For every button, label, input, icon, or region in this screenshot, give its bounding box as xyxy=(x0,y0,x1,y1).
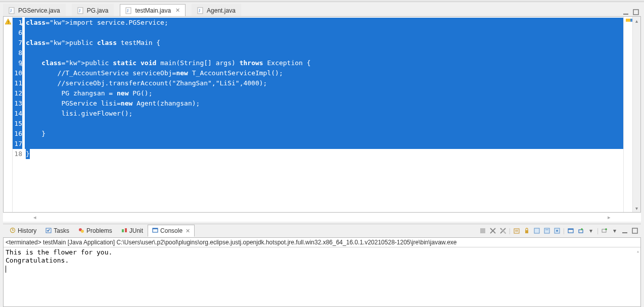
editor-tab-pg-java[interactable]: JPG.java xyxy=(72,4,114,16)
console-body: <terminated> testMain [Java Application]… xyxy=(3,237,641,307)
close-icon[interactable]: ✕ xyxy=(175,7,180,14)
code-line[interactable]: } xyxy=(25,129,623,139)
console-scroll-up-icon[interactable]: ▴ xyxy=(636,247,639,255)
bottom-minimize-icon[interactable] xyxy=(621,227,629,235)
code-line[interactable]: } xyxy=(25,149,623,159)
pin-console-icon[interactable] xyxy=(543,227,551,235)
code-line[interactable]: //T_AccountService serviceObj=new T_Acco… xyxy=(25,68,623,78)
line-number[interactable]: 14 xyxy=(13,109,22,119)
editor-tab-bar: JPGService.javaJPG.javaJtestMain.java✕JA… xyxy=(3,4,641,16)
line-number[interactable]: 12 xyxy=(13,88,22,98)
line-number[interactable]: 15 xyxy=(13,119,22,129)
new-console-view-icon[interactable] xyxy=(601,227,609,235)
editor-tab-testmain-java[interactable]: JtestMain.java✕ xyxy=(120,4,186,16)
line-number[interactable]: 10 xyxy=(13,68,22,78)
show-when-output-icon[interactable] xyxy=(553,227,561,235)
code-line[interactable]: class="kw">import service.PGService; xyxy=(25,18,623,28)
line-number[interactable]: 18 xyxy=(13,149,22,159)
code-line[interactable] xyxy=(25,28,623,38)
code-line[interactable]: lisi.giveFlower(); xyxy=(25,109,623,119)
editor-tab-agent-java[interactable]: JAgent.java xyxy=(192,4,241,16)
code-line[interactable] xyxy=(25,48,623,58)
word-wrap-icon[interactable] xyxy=(533,227,541,235)
svg-rect-36 xyxy=(568,229,573,230)
remove-launch-icon[interactable] xyxy=(489,227,497,235)
svg-rect-20 xyxy=(480,228,485,233)
remove-all-icon[interactable] xyxy=(499,227,507,235)
horizontal-scrollbar[interactable]: ◂ ▸ xyxy=(3,213,641,222)
bottom-maximize-icon[interactable] xyxy=(631,227,639,235)
console-icon xyxy=(152,227,158,235)
bottom-tab-label: Problems xyxy=(86,227,112,234)
code-line[interactable] xyxy=(25,119,623,129)
scroll-down-icon[interactable]: ▾ xyxy=(633,204,640,212)
history-icon xyxy=(10,227,16,235)
bottom-tab-tasks[interactable]: Tasks xyxy=(41,225,74,237)
problems-icon xyxy=(78,227,84,235)
code-line[interactable]: class="kw">public static void main(Strin… xyxy=(25,58,623,68)
svg-rect-43 xyxy=(622,232,627,233)
editor-area: JPGService.javaJPG.javaJtestMain.java✕JA… xyxy=(0,2,644,222)
tasks-icon xyxy=(45,227,52,235)
close-icon[interactable]: ✕ xyxy=(186,228,190,234)
code-line[interactable]: PG zhangsan = new PG(); xyxy=(25,88,623,98)
gutter[interactable]: 1⊕6789⊖101112131415161718 xyxy=(13,17,25,212)
editor-tab-pgservice-java[interactable]: JPGService.java xyxy=(3,4,66,16)
new-console-icon[interactable] xyxy=(577,227,585,235)
minimize-icon[interactable] xyxy=(622,8,630,16)
vertical-scrollbar[interactable]: ▴ ▾ xyxy=(632,17,640,212)
java-file-icon: J xyxy=(77,7,84,14)
bottom-tab-bar: HistoryTasksProblemsJUnitConsole✕ | | ▾ … xyxy=(3,224,641,237)
editor-tab-controls xyxy=(622,8,641,16)
code-line[interactable]: class="kw">public class testMain { xyxy=(25,38,623,48)
scroll-right-icon[interactable]: ▸ xyxy=(608,214,611,221)
view-menu-chevron-icon[interactable]: ▾ xyxy=(611,227,619,235)
line-number[interactable]: 7 xyxy=(13,38,22,48)
terminate-icon[interactable] xyxy=(479,227,487,235)
console-line: Congratulations. xyxy=(6,257,638,265)
line-number[interactable]: 8 xyxy=(13,48,22,58)
overview-ruler[interactable] xyxy=(623,17,632,212)
code-line[interactable]: //serviceObj.transferAccount("ZhangSan",… xyxy=(25,78,623,88)
line-number[interactable]: 16 xyxy=(13,129,22,139)
bottom-tab-history[interactable]: History xyxy=(5,225,41,237)
svg-rect-17 xyxy=(125,228,127,232)
line-number[interactable]: 1⊕ xyxy=(13,18,22,28)
marker-column: ! xyxy=(4,17,13,212)
code-line[interactable] xyxy=(25,139,623,149)
bottom-tab-problems[interactable]: Problems xyxy=(74,225,117,237)
clear-console-icon[interactable] xyxy=(513,227,521,235)
svg-rect-8 xyxy=(623,14,628,15)
bottom-tab-junit[interactable]: JUnit xyxy=(117,225,148,237)
editor-tab-label: PG.java xyxy=(87,7,109,14)
editor-tab-label: Agent.java xyxy=(207,7,236,14)
maximize-icon[interactable] xyxy=(632,8,640,16)
editor-tab-label: testMain.java xyxy=(135,7,171,14)
line-number[interactable]: 6 xyxy=(13,28,22,38)
line-number[interactable]: 9⊖ xyxy=(13,58,22,68)
console-menu-chevron-icon[interactable]: ▾ xyxy=(587,227,595,235)
scroll-left-icon[interactable]: ◂ xyxy=(33,214,36,221)
svg-rect-31 xyxy=(544,228,549,233)
svg-point-34 xyxy=(556,230,558,232)
console-output[interactable]: This is the flower for you.Congratulatio… xyxy=(4,247,640,306)
line-number[interactable]: 11 xyxy=(13,78,22,88)
svg-rect-30 xyxy=(534,228,539,233)
warning-marker-icon[interactable]: ! xyxy=(4,17,12,27)
java-file-icon: J xyxy=(197,7,204,14)
console-title: <terminated> testMain [Java Application]… xyxy=(4,238,640,247)
line-number[interactable]: 17 xyxy=(13,139,22,149)
bottom-tab-console[interactable]: Console✕ xyxy=(148,225,195,237)
code-view[interactable]: class="kw">import service.PGService;clas… xyxy=(25,17,623,212)
svg-rect-9 xyxy=(633,10,638,15)
console-line: This is the flower for you. xyxy=(6,248,638,257)
scroll-lock-icon[interactable] xyxy=(523,227,531,235)
code-line[interactable]: PGService lisi=new Agent(zhangsan); xyxy=(25,98,623,109)
svg-text:J: J xyxy=(10,9,12,13)
svg-rect-40 xyxy=(602,229,606,232)
scroll-up-icon[interactable]: ▴ xyxy=(633,17,640,25)
open-console-icon[interactable] xyxy=(567,227,575,235)
line-number[interactable]: 13 xyxy=(13,98,22,109)
svg-point-15 xyxy=(81,230,84,233)
java-file-icon: J xyxy=(9,7,16,14)
